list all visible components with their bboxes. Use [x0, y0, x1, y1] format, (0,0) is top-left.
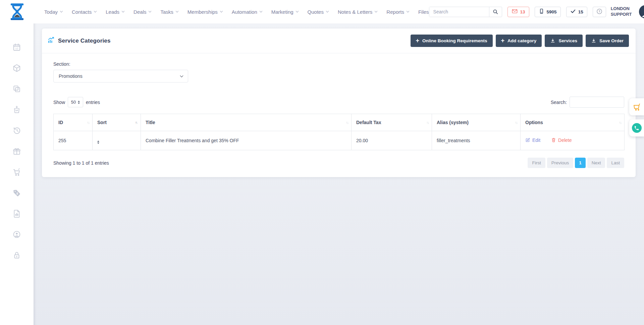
user-name: LONDON SUPPORT: [611, 6, 636, 17]
pagination-first-button[interactable]: First: [528, 158, 545, 168]
sort-arrows-icon: ↑↓: [135, 120, 138, 124]
pagination-previous-button[interactable]: Previous: [547, 158, 574, 168]
pagination-next-button[interactable]: Next: [587, 158, 605, 168]
column-label: ID: [58, 120, 63, 125]
help-badge[interactable]: ?: [593, 7, 606, 17]
history-icon: [12, 126, 21, 135]
chevron-down-icon: [60, 10, 63, 12]
column-header-title[interactable]: Title ↑↓: [141, 114, 352, 131]
pagination-page-1-button[interactable]: 1: [575, 158, 586, 168]
global-search-input[interactable]: [429, 7, 489, 17]
nav-item-memberships[interactable]: Memberships: [187, 9, 222, 15]
section-selected-value: Promotions: [59, 73, 83, 79]
nav-item-notes-letters[interactable]: Notes & Letters: [338, 9, 377, 15]
nav-item-leads[interactable]: Leads: [106, 9, 124, 15]
checkmark-icon: [570, 8, 576, 15]
sidebar-item-gift[interactable]: [12, 147, 21, 156]
sidebar-item-account[interactable]: [12, 230, 21, 239]
whatsapp-float-button[interactable]: [629, 119, 644, 137]
chart-icon: [47, 37, 55, 45]
chevron-down-icon: [94, 10, 97, 12]
nav-item-reports[interactable]: Reports: [386, 9, 409, 15]
chevron-down-icon: [259, 10, 262, 12]
calendar-icon: 12: [12, 43, 21, 52]
cell-options: Edit Delete: [521, 131, 625, 150]
sidebar-item-security[interactable]: [12, 251, 21, 260]
cell-default-tax: 20.00: [352, 131, 432, 150]
sort-arrows-icon: ↑↓: [426, 120, 429, 124]
plus-icon: +: [416, 38, 420, 44]
delete-link[interactable]: Delete: [551, 138, 572, 143]
column-header-default-tax[interactable]: Default Tax ↑↓: [352, 114, 432, 131]
save-order-button[interactable]: Save Order: [586, 35, 629, 47]
column-header-alias[interactable]: Alias (system) ↑↓: [432, 114, 521, 131]
nav-item-deals[interactable]: Deals: [133, 9, 151, 15]
main-nav: Today Contacts Leads Deals Tasks Members…: [44, 9, 429, 15]
search-icon[interactable]: [489, 7, 502, 17]
column-header-options[interactable]: Options ↑↓: [521, 114, 625, 131]
edit-pencil-icon: [525, 138, 530, 143]
column-label: Alias (system): [437, 120, 469, 125]
nav-item-automation[interactable]: Automation: [232, 9, 262, 15]
sidebar-item-pricing[interactable]: $: [12, 188, 21, 197]
sidebar-item-calendar[interactable]: 12: [12, 43, 21, 52]
add-category-button[interactable]: + Add category: [496, 35, 542, 47]
sidebar-item-orders[interactable]: [12, 105, 21, 114]
drag-sort-handle-icon[interactable]: [97, 141, 99, 144]
sidebar-item-products[interactable]: [12, 64, 21, 72]
chevron-down-icon: [180, 74, 183, 77]
cart-float-button[interactable]: [629, 98, 644, 115]
mail-badge[interactable]: 13: [507, 7, 529, 17]
chevron-down-icon: [122, 10, 124, 12]
mail-icon: [512, 8, 518, 15]
card-header: Service Categories + Online Booking Requ…: [42, 29, 636, 53]
nav-label: Marketing: [271, 9, 293, 15]
download-icon: [550, 38, 555, 44]
nav-item-contacts[interactable]: Contacts: [72, 9, 96, 15]
nav-item-today[interactable]: Today: [44, 9, 62, 15]
app-logo-hourglass-icon[interactable]: [8, 3, 26, 21]
column-header-id[interactable]: ID ↑↓: [54, 114, 93, 131]
table-search-input[interactable]: [570, 97, 624, 108]
sidebar-item-history[interactable]: [12, 126, 21, 135]
question-circle-icon: ?: [596, 8, 603, 16]
delete-label: Delete: [558, 138, 572, 143]
column-label: Title: [146, 120, 155, 125]
sort-arrows-icon: ↑↓: [515, 120, 517, 124]
nav-item-files[interactable]: Files: [418, 9, 429, 15]
sidebar-item-cart[interactable]: [12, 168, 21, 176]
edit-link[interactable]: Edit: [525, 138, 540, 143]
nav-label: Deals: [133, 9, 146, 15]
lock-icon: [12, 251, 21, 260]
show-label: Show: [53, 100, 65, 105]
sidebar-item-reports[interactable]: [12, 209, 21, 218]
chevron-down-icon: [375, 10, 377, 12]
nav-item-tasks[interactable]: Tasks: [160, 9, 178, 15]
sidebar: 12: [0, 23, 34, 325]
chevron-down-icon: [407, 10, 409, 12]
online-booking-requirements-button[interactable]: + Online Booking Requirements: [411, 35, 493, 47]
column-label: Options: [525, 120, 543, 125]
page-length-select[interactable]: 50: [68, 97, 83, 107]
nav-label: Quotes: [308, 9, 324, 15]
entries-label: entries: [86, 100, 100, 105]
pagination-last-button[interactable]: Last: [607, 158, 624, 168]
nav-item-quotes[interactable]: Quotes: [308, 9, 328, 15]
column-label: Sort: [97, 120, 107, 125]
cart-icon: [632, 102, 641, 111]
mail-count: 13: [520, 9, 525, 14]
section-select[interactable]: Promotions: [53, 70, 188, 83]
column-header-sort[interactable]: Sort ↑↓: [93, 114, 141, 131]
button-label: Online Booking Requirements: [422, 38, 487, 43]
person-icon: [640, 7, 644, 18]
chevron-down-icon: [149, 10, 151, 12]
phone-extension-badge[interactable]: 5905: [535, 7, 561, 17]
button-label: Add category: [507, 38, 536, 43]
nav-item-marketing[interactable]: Marketing: [271, 9, 298, 15]
tasks-badge[interactable]: 15: [566, 7, 587, 17]
services-button[interactable]: Services: [545, 35, 583, 47]
avatar[interactable]: [639, 5, 644, 18]
sidebar-item-duplicates[interactable]: [12, 85, 21, 93]
edge-floating-buttons: [629, 98, 644, 137]
top-header: Today Contacts Leads Deals Tasks Members…: [0, 0, 644, 23]
